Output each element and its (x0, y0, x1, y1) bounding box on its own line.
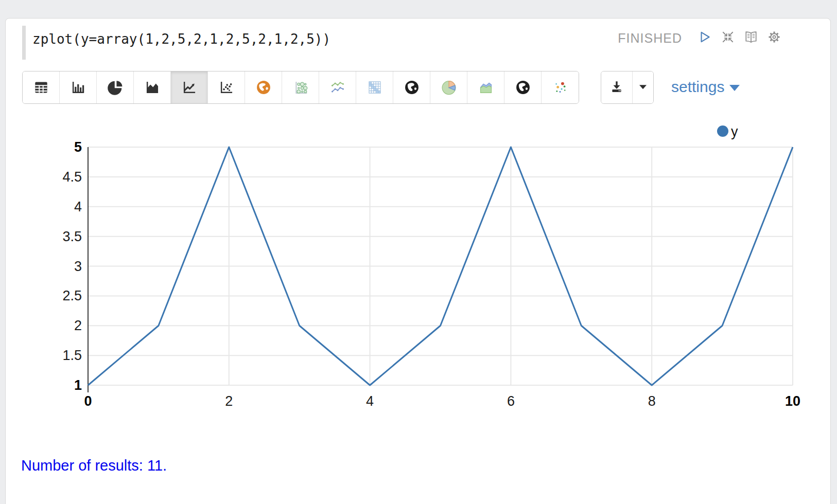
editor-gutter (22, 26, 26, 60)
line-chart-canvas: 11.522.533.544.550246810y (52, 119, 824, 417)
gridlines (88, 147, 793, 385)
globe-chart-icon (404, 79, 420, 96)
y-tick-label: 2.5 (62, 288, 82, 303)
pie-chart-colored-icon (441, 79, 457, 96)
map-chart-icon (255, 79, 272, 96)
chart-type-bar-chart-button[interactable] (60, 71, 97, 103)
legend-label: y (731, 124, 738, 139)
y-tick-label: 5 (74, 139, 82, 155)
paragraph-card: zplot(y=array(1,2,5,2,1,2,5,2,1,2,5)) FI… (5, 18, 831, 504)
pie-chart-icon (107, 79, 124, 96)
x-tick-label: 10 (785, 393, 800, 409)
chart-type-heatmap-chart-button[interactable] (356, 71, 393, 103)
settings-link[interactable]: settings (671, 71, 740, 103)
chart-type-table-button[interactable] (23, 71, 60, 103)
chart-type-line-chart-button[interactable] (171, 71, 208, 103)
table-icon (33, 79, 49, 96)
y-tick-label: 3 (74, 259, 82, 274)
paragraph-controls: FINISHED (618, 29, 782, 47)
book-icon (744, 30, 758, 46)
scatter-chart-icon (218, 79, 235, 96)
y-tick-label: 2 (74, 318, 82, 333)
legend-swatch (717, 125, 728, 137)
y-tick-label: 1 (74, 377, 82, 393)
chart-type-pie-chart-button[interactable] (97, 71, 134, 103)
chart-type-pie-chart-colored-button[interactable] (430, 71, 467, 103)
caret-down-icon (729, 85, 740, 91)
area-chart-colored-icon (478, 79, 494, 96)
y-tick-label: 1.5 (62, 348, 82, 363)
heatmap-chart-icon (367, 79, 383, 96)
area-chart-icon (144, 79, 161, 96)
scatter-chart-colored-icon (552, 79, 568, 96)
chart-type-bubble-chart-button[interactable] (282, 71, 319, 103)
x-tick-label: 8 (648, 393, 656, 409)
chart-type-scatter-chart-button[interactable] (208, 71, 245, 103)
download-button[interactable] (601, 71, 633, 103)
results-count: Number of results: 11. (21, 457, 167, 474)
y-tick-label: 4 (74, 199, 82, 214)
chart-type-area-chart-colored-button[interactable] (467, 71, 504, 103)
chart-type-multi-line-chart-button[interactable] (319, 71, 356, 103)
x-tick-label: 6 (507, 393, 515, 409)
y-tick-label: 3.5 (62, 229, 82, 244)
download-icon (609, 80, 624, 96)
globe-chart-2-icon (515, 79, 531, 96)
download-options-button[interactable] (633, 71, 653, 103)
caret-down-icon (636, 80, 650, 96)
bubble-chart-icon (292, 79, 309, 96)
play-icon (698, 30, 712, 46)
download-button-group (601, 71, 654, 104)
x-tick-label: 2 (225, 393, 233, 409)
collapse-button[interactable] (720, 30, 736, 46)
compress-icon (721, 30, 735, 46)
code-editor[interactable]: zplot(y=array(1,2,5,2,1,2,5,2,1,2,5)) (32, 31, 330, 47)
chart-type-globe-chart-button[interactable] (393, 71, 430, 103)
settings-label: settings (671, 78, 724, 96)
bar-chart-icon (70, 79, 86, 96)
legend-item-y[interactable]: y (717, 124, 738, 139)
show-editor-button[interactable] (743, 30, 759, 46)
x-tick-label: 4 (366, 393, 374, 409)
status-label: FINISHED (618, 31, 682, 46)
gear-icon (767, 30, 781, 46)
y-tick-label: 4.5 (62, 169, 82, 185)
chart-type-area-chart-button[interactable] (134, 71, 171, 103)
chart-type-map-chart-button[interactable] (245, 71, 282, 103)
line-chart-icon (181, 79, 198, 96)
chart-type-toolbar (22, 71, 579, 104)
chart-type-scatter-chart-colored-button[interactable] (542, 71, 579, 103)
chart-type-globe-chart-2-button[interactable] (504, 71, 542, 103)
x-axis-tick-labels: 0246810 (84, 393, 800, 409)
paragraph-settings-button[interactable] (766, 30, 782, 46)
y-axis-tick-labels: 11.522.533.544.55 (62, 139, 82, 393)
run-button[interactable] (697, 30, 712, 46)
x-tick-label: 0 (84, 393, 92, 409)
multi-line-chart-icon (329, 79, 346, 96)
